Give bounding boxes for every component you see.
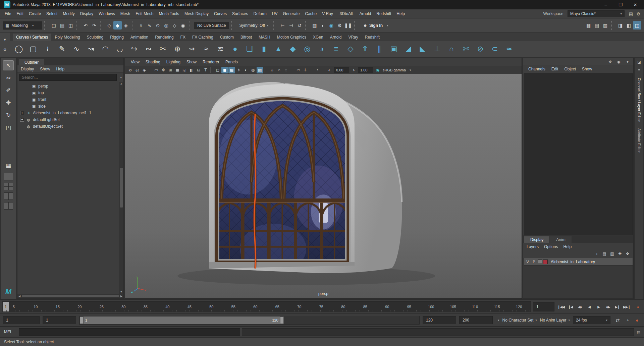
untrim-icon[interactable]: ⊘ xyxy=(474,42,487,56)
field-chart-icon[interactable]: ⊟ xyxy=(195,67,202,73)
image-plane-icon[interactable]: ▭ xyxy=(153,67,160,73)
channel-manipulator-icon[interactable]: ✥ xyxy=(607,59,613,65)
render-view-icon[interactable]: ▥ xyxy=(310,21,319,30)
safe-title-icon[interactable]: T xyxy=(202,67,209,73)
range-slider-track[interactable]: 1 120 xyxy=(79,316,420,325)
bookmarks-icon[interactable]: ◈ xyxy=(141,67,148,73)
shelf-tab-vray[interactable]: VRay xyxy=(345,34,361,41)
layer-new-icon[interactable]: ✚ xyxy=(617,251,623,257)
shelf-tab-motion-graphics[interactable]: Motion Graphics xyxy=(274,34,310,41)
pencil-curve-icon[interactable]: ✎ xyxy=(55,42,69,56)
resolution-gate-icon[interactable]: ◱ xyxy=(181,67,188,73)
layout-single-pane-button[interactable] xyxy=(4,173,13,180)
menu-item[interactable]: Edit Mesh xyxy=(133,9,156,18)
expand-icon[interactable] xyxy=(25,98,30,102)
shaded-icon[interactable]: ◼ xyxy=(221,67,228,73)
menu-item[interactable]: UV xyxy=(269,9,280,18)
script-editor-icon[interactable]: ▤ xyxy=(636,329,642,335)
default-light-icon[interactable]: ○ xyxy=(276,67,282,73)
insert-knot-icon[interactable]: ⊕ xyxy=(171,42,184,56)
menu-item[interactable]: File xyxy=(2,9,14,18)
command-result-field[interactable] xyxy=(242,328,634,336)
menu-item[interactable]: Deform xyxy=(251,9,269,18)
outliner-vertical-scrollbar[interactable]: ▲ ▼ xyxy=(119,82,123,294)
shelf-tab-xgen[interactable]: XGen xyxy=(310,34,327,41)
layer-from-selected-icon[interactable]: ▥ xyxy=(609,251,615,257)
snap-projected-center-icon[interactable]: ◎ xyxy=(162,21,170,30)
viewport-canvas[interactable]: y x z persp xyxy=(125,74,522,298)
outliner-menu-item[interactable]: Show xyxy=(40,67,50,71)
xray-icon[interactable]: ▱ xyxy=(295,67,302,73)
channel-settings-icon[interactable]: ▾ xyxy=(625,59,631,65)
menu-item[interactable]: Create xyxy=(26,9,44,18)
expand-icon[interactable] xyxy=(20,124,24,128)
scroll-left-icon[interactable]: ◀ xyxy=(18,295,20,298)
outliner-horizontal-scrollbar[interactable]: ◀ ▶ xyxy=(17,294,123,298)
animation-start-field[interactable] xyxy=(3,316,40,324)
menu-item[interactable]: Windows xyxy=(96,9,118,18)
layer-empty-icon[interactable]: ▤ xyxy=(601,251,607,257)
step-back-frame-button[interactable]: ❙◀ xyxy=(566,302,575,311)
group-separator[interactable] xyxy=(189,21,192,30)
character-set-selector[interactable]: No Character Set ▾ xyxy=(502,318,537,323)
step-back-key-button[interactable]: ◀● xyxy=(575,302,584,311)
expand-icon[interactable]: + xyxy=(20,111,24,115)
tab-attribute-editor[interactable]: Attribute Editor xyxy=(637,125,641,156)
camera-name-label[interactable]: persp xyxy=(318,291,328,296)
menu-item[interactable]: Edit xyxy=(14,9,26,18)
playback-loop-icon[interactable]: ⇄ xyxy=(613,316,622,325)
bezier-curve-icon[interactable]: ↝ xyxy=(84,42,98,56)
layout-four-pane-button[interactable] xyxy=(4,183,13,190)
attach-curves-icon[interactable]: ∾ xyxy=(142,42,155,56)
menu-set-selector[interactable]: ▦ Modeling ▾ xyxy=(3,21,42,30)
group-separator[interactable] xyxy=(291,67,293,73)
layout-three-pane-button[interactable] xyxy=(4,202,13,210)
search-options-icon[interactable]: ▾ xyxy=(120,76,122,79)
layer-menu-item[interactable]: Layers xyxy=(527,244,539,249)
anti-alias-icon[interactable]: ▨ xyxy=(257,67,263,73)
menu-item[interactable]: Arnold xyxy=(357,9,374,18)
color-management-icon[interactable]: ◉ xyxy=(374,67,381,73)
menu-item[interactable]: Mesh Tools xyxy=(156,9,182,18)
rebuild-curve-icon[interactable]: ≋ xyxy=(214,42,227,56)
two-point-arc-icon[interactable]: ◡ xyxy=(113,42,126,56)
group-separator[interactable] xyxy=(149,67,152,73)
outliner-menu-item[interactable]: Help xyxy=(56,67,64,71)
shelf-tab-custom[interactable]: Custom xyxy=(217,34,237,41)
make-live-icon[interactable]: ◉ xyxy=(179,21,187,30)
snap-grid-icon[interactable]: # xyxy=(137,21,145,30)
extend-curve-icon[interactable]: ⇝ xyxy=(185,42,199,56)
fps-selector[interactable]: 24 fps ▾ xyxy=(573,316,610,324)
nurbs-cube-icon[interactable]: ❏ xyxy=(243,42,256,56)
nurbs-cylinder-icon[interactable]: ▮ xyxy=(257,42,271,56)
outliner-item-persp[interactable]: ▣ persp xyxy=(19,83,118,90)
trim-tool-icon[interactable]: ✄ xyxy=(459,42,473,56)
scrollbar-thumb[interactable] xyxy=(120,168,123,208)
camera-lock-icon[interactable]: ⊘ xyxy=(127,67,133,73)
group-separator[interactable] xyxy=(100,21,103,30)
menu-item[interactable]: Modify xyxy=(60,9,77,18)
channel-box-list-area[interactable] xyxy=(524,73,633,235)
minimize-button[interactable]: – xyxy=(598,0,613,9)
save-scene-icon[interactable]: ◫ xyxy=(66,21,75,30)
snap-curve-icon[interactable]: ∿ xyxy=(145,21,154,30)
menu-item[interactable]: Surfaces xyxy=(229,9,251,18)
workspace-options-icon[interactable]: ⚙ xyxy=(635,10,642,17)
group-separator[interactable] xyxy=(76,21,80,30)
go-to-end-button[interactable]: ▶▶❙ xyxy=(622,302,631,311)
viewport-menu-item[interactable]: Show xyxy=(183,60,200,64)
ep-curve-icon[interactable]: ∿ xyxy=(70,42,83,56)
expand-icon[interactable] xyxy=(25,91,30,95)
symmetry-selector[interactable]: Symmetry: Off ▾ xyxy=(236,23,271,28)
film-gate-icon[interactable]: ▦ xyxy=(174,67,181,73)
ambient-occlusion-icon[interactable]: ◍ xyxy=(250,67,256,73)
nurbs-sphere-icon[interactable]: ● xyxy=(228,42,242,56)
planar-icon[interactable]: ◇ xyxy=(344,42,357,56)
channel-speed-icon[interactable]: ◉ xyxy=(616,59,622,65)
wireframe-icon[interactable]: ◻ xyxy=(214,67,221,73)
panel-menu-icon[interactable]: ≡ xyxy=(636,66,642,72)
grid-options-icon[interactable]: ▧ xyxy=(601,21,609,30)
last-tool-button[interactable]: ▦ xyxy=(3,161,14,171)
camera-attributes-icon[interactable]: ◎ xyxy=(134,67,141,73)
shelf-tab-rendering[interactable]: Rendering xyxy=(152,34,177,41)
